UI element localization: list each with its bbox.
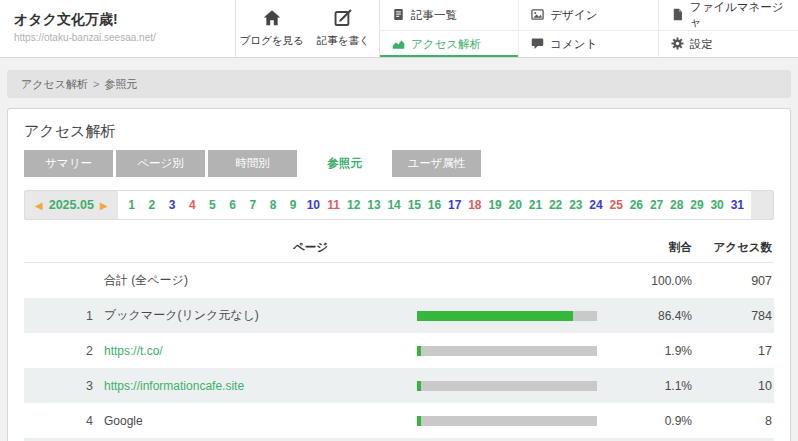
day-link[interactable]: 26 [626,198,646,212]
view-blog-label: ブログを見る [240,34,304,48]
breadcrumb-separator: > [93,78,99,90]
seesaa-analytics-page: { "colors":{ "green":"#3cb06a","bar-gree… [0,0,798,441]
referrer-table: ページ 割合 アクセス数 合計 (全ページ) 100.0% 907 1 ブックマ… [24,232,774,441]
blog-url-link[interactable]: https://otaku-banzai.seesaa.net/ [14,32,221,43]
tab-user-attributes[interactable]: ユーザ属性 [392,150,481,177]
menu-label-comments: コメント [550,37,597,52]
day-link[interactable]: 19 [485,198,505,212]
main-menu: 記事一覧 デザイン ファイルマネージャ アクセス解析 コメント [380,0,798,57]
ratio-bar-fill [417,381,421,391]
breadcrumb-analytics-link[interactable]: アクセス解析 [21,77,88,92]
month-selector: ◀ 2025.05 ▶ [25,191,118,219]
menu-label-articles: 記事一覧 [411,8,457,23]
row-bar-cell [417,346,597,356]
ratio-bar [417,311,597,321]
day-link[interactable]: 25 [606,198,626,212]
day-link[interactable]: 31 [727,198,747,212]
day-list: 1 2 3 4 5 6 7 8 9 10 11 12 13 14 15 16 1… [118,191,752,219]
tab-summary[interactable]: サマリー [24,150,113,177]
menu-item-settings[interactable]: 設定 [659,31,798,57]
day-link[interactable]: 7 [243,198,263,212]
day-link[interactable]: 4 [182,198,202,212]
day-link[interactable]: 21 [525,198,545,212]
row-page-name: 合計 (全ページ) [104,272,417,289]
day-link[interactable]: 30 [707,198,727,212]
ratio-bar [417,381,597,391]
row-bar-cell [417,311,597,321]
table-row: 4 Google 0.9% 8 [24,403,774,438]
menu-label-analytics: アクセス解析 [411,37,481,52]
row-ratio: 86.4% [597,309,692,323]
table-row: 3 https://informationcafe.site 1.1% 10 [24,368,774,403]
day-link[interactable]: 27 [646,198,666,212]
row-ratio: 1.1% [597,379,692,393]
quick-actions: ブログを見る 記事を書く [236,0,380,57]
day-link[interactable]: 1 [122,198,142,212]
day-link[interactable]: 29 [687,198,707,212]
table-row: 2 https://t.co/ 1.9% 17 [24,333,774,368]
day-link[interactable]: 17 [445,198,465,212]
day-link[interactable]: 2 [142,198,162,212]
menu-item-file-manager[interactable]: ファイルマネージャ [659,0,798,31]
row-rank: 4 [24,414,104,428]
day-link[interactable]: 15 [404,198,424,212]
ratio-bar [417,416,597,426]
row-access-count: 8 [692,414,774,428]
row-bar-cell [417,381,597,391]
menu-item-analytics[interactable]: アクセス解析 [380,31,519,57]
day-link[interactable]: 23 [566,198,586,212]
menu-item-articles[interactable]: 記事一覧 [380,0,519,31]
next-month-arrow-icon[interactable]: ▶ [100,200,108,211]
day-link[interactable]: 13 [364,198,384,212]
row-rank: 3 [24,379,104,393]
day-link[interactable]: 3 [162,198,182,212]
day-link[interactable]: 10 [303,198,323,212]
day-link[interactable]: 22 [546,198,566,212]
row-rank: 1 [24,309,104,323]
blog-title: オタク文化万歳! [14,10,221,29]
prev-month-arrow-icon[interactable]: ◀ [35,200,43,211]
row-page-name: Google [104,414,417,428]
row-rank: 2 [24,344,104,358]
row-ratio: 1.9% [597,344,692,358]
day-link[interactable]: 11 [323,198,343,212]
tab-referrer[interactable]: 参照元 [300,150,389,177]
day-link[interactable]: 18 [465,198,485,212]
articles-icon [392,8,405,23]
menu-item-comments[interactable]: コメント [519,31,658,57]
day-link[interactable]: 20 [505,198,525,212]
comment-icon [531,37,544,52]
day-link[interactable]: 24 [586,198,606,212]
day-link[interactable]: 28 [667,198,687,212]
breadcrumb: アクセス解析 > 参照元 [7,70,791,98]
breadcrumb-current: 参照元 [104,77,137,92]
ratio-bar-fill [417,346,421,356]
day-link[interactable]: 6 [223,198,243,212]
write-article-button[interactable]: 記事を書く [308,0,380,57]
view-blog-button[interactable]: ブログを見る [236,0,308,57]
blog-info: オタク文化万歳! https://otaku-banzai.seesaa.net… [0,0,236,57]
table-row: 1 ブックマーク(リンク元なし) 86.4% 784 [24,298,774,333]
top-header: オタク文化万歳! https://otaku-banzai.seesaa.net… [0,0,798,58]
tab-by-page[interactable]: ページ別 [116,150,205,177]
row-page-link[interactable]: https://t.co/ [104,344,417,358]
day-link[interactable]: 9 [283,198,303,212]
analytics-tabs: サマリー ページ別 時間別 参照元 ユーザ属性 [24,150,774,177]
edit-icon [334,9,352,31]
page-title: アクセス解析 [24,122,774,141]
file-manager-icon [671,8,684,23]
menu-label-settings: 設定 [690,37,713,52]
tab-by-hour[interactable]: 時間別 [208,150,297,177]
day-link[interactable]: 12 [344,198,364,212]
row-page-name: ブックマーク(リンク元なし) [104,307,417,324]
column-header-page: ページ [24,240,597,255]
day-link[interactable]: 14 [384,198,404,212]
day-link[interactable]: 16 [424,198,444,212]
day-link[interactable]: 5 [202,198,222,212]
day-link[interactable]: 8 [263,198,283,212]
row-ratio: 0.9% [597,414,692,428]
menu-label-file-manager: ファイルマネージャ [690,0,786,30]
row-bar-cell [417,416,597,426]
row-page-link[interactable]: https://informationcafe.site [104,379,417,393]
menu-item-design[interactable]: デザイン [519,0,658,31]
